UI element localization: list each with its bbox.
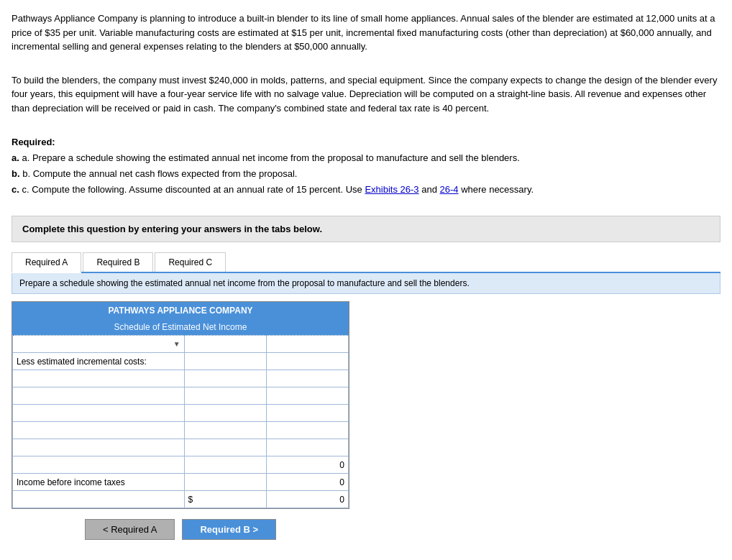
final-label[interactable] bbox=[17, 495, 180, 505]
req-a: a. a. Prepare a schedule showing the est… bbox=[12, 150, 720, 166]
tab-description: Prepare a schedule showing the estimated… bbox=[12, 273, 720, 294]
table-row-final: $ 0 bbox=[13, 491, 349, 508]
cost-row1-label[interactable] bbox=[17, 374, 180, 384]
schedule-subtitle: Schedule of Estimated Net Income bbox=[12, 319, 349, 335]
final-col2: 0 bbox=[266, 491, 348, 508]
row1-col1-input[interactable] bbox=[188, 339, 262, 349]
income-before-taxes-col1[interactable] bbox=[188, 477, 262, 487]
exhibit-26-3-link[interactable]: Exhibits 26-3 bbox=[365, 184, 418, 195]
cost-row4-label[interactable] bbox=[17, 426, 180, 436]
intro-para1: Pathways Appliance Company is planning t… bbox=[12, 12, 720, 54]
required-label: Required: bbox=[12, 137, 55, 147]
cost-row3-label[interactable] bbox=[17, 408, 180, 418]
cost-row5-col1[interactable] bbox=[188, 443, 262, 453]
row1-label-input[interactable] bbox=[17, 339, 170, 349]
cost-row2-col2[interactable] bbox=[270, 391, 344, 401]
tab-required-a[interactable]: Required A bbox=[12, 252, 81, 273]
subtotal-col2: 0 bbox=[266, 456, 348, 474]
subtotal-col1[interactable] bbox=[188, 460, 262, 470]
less-costs-col1-input[interactable] bbox=[188, 357, 262, 367]
cost-row3-col1[interactable] bbox=[188, 408, 262, 418]
prev-button[interactable]: < Required A bbox=[85, 519, 175, 540]
table-row-income-before-taxes: Income before income taxes 0 bbox=[13, 474, 349, 491]
tab-required-b[interactable]: Required B bbox=[83, 252, 153, 272]
subtotal-label[interactable] bbox=[17, 460, 180, 470]
complete-box: Complete this question by entering your … bbox=[12, 216, 720, 242]
req-c: c. c. Compute the following. Assume disc… bbox=[12, 182, 720, 198]
cost-row1-col1[interactable] bbox=[188, 374, 262, 384]
bottom-nav: < Required A Required B > bbox=[12, 519, 349, 540]
cost-row2-label[interactable] bbox=[17, 391, 180, 401]
final-col1: $ bbox=[184, 491, 266, 508]
exhibit-26-4-link[interactable]: 26-4 bbox=[440, 184, 459, 195]
schedule-container: PATHWAYS APPLIANCE COMPANY Schedule of E… bbox=[12, 301, 349, 509]
dropdown-arrow[interactable]: ▼ bbox=[173, 340, 180, 348]
table-row bbox=[13, 370, 349, 387]
table-row bbox=[13, 387, 349, 405]
cost-row2-col1[interactable] bbox=[188, 391, 262, 401]
income-before-taxes-col2: 0 bbox=[266, 474, 348, 491]
cost-row4-col2[interactable] bbox=[270, 426, 344, 436]
intro-para2: To build the blenders, the company must … bbox=[12, 73, 720, 116]
table-row bbox=[13, 422, 349, 439]
cost-row5-col2[interactable] bbox=[270, 443, 344, 453]
cost-row4-col1[interactable] bbox=[188, 426, 262, 436]
req-b: b. b. Compute the annual net cash flows … bbox=[12, 166, 720, 182]
income-before-taxes-label: Income before income taxes bbox=[13, 474, 185, 491]
schedule-table: ▼ Less estimated incremental costs: bbox=[12, 335, 349, 508]
schedule-title: PATHWAYS APPLIANCE COMPANY bbox=[12, 302, 349, 319]
less-costs-label: Less estimated incremental costs: bbox=[13, 353, 185, 370]
tabs-row: Required A Required B Required C bbox=[12, 252, 720, 273]
cost-row1-col2[interactable] bbox=[270, 374, 344, 384]
table-row-less-costs: Less estimated incremental costs: bbox=[13, 353, 349, 370]
less-costs-col2-input[interactable] bbox=[270, 357, 344, 367]
next-button[interactable]: Required B > bbox=[182, 519, 276, 540]
tab-required-c[interactable]: Required C bbox=[155, 252, 226, 272]
cost-row3-col2[interactable] bbox=[270, 408, 344, 418]
table-row bbox=[13, 439, 349, 456]
table-row bbox=[13, 405, 349, 422]
row1-col2-input[interactable] bbox=[270, 339, 344, 349]
cost-row5-label[interactable] bbox=[17, 443, 180, 453]
table-row-subtotal: 0 bbox=[13, 456, 349, 474]
table-row: ▼ bbox=[13, 336, 349, 353]
